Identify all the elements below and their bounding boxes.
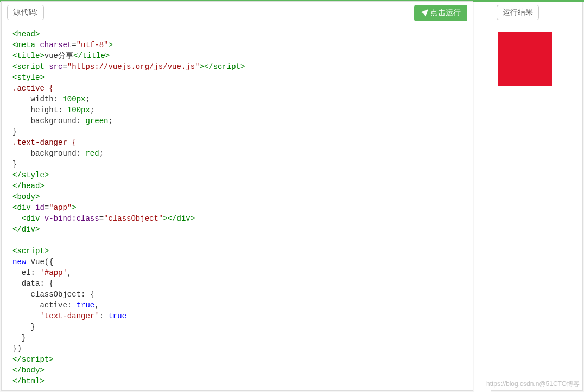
paper-plane-icon	[421, 9, 428, 17]
source-panel: 源代码: 点击运行 <head> <meta charset="utf-8"> …	[1, 1, 473, 391]
result-header: 运行结果	[491, 2, 582, 22]
result-square	[498, 32, 552, 86]
result-label-button: 运行结果	[497, 5, 539, 20]
panel-gap	[474, 0, 491, 392]
result-panel: 运行结果	[491, 1, 583, 391]
source-header: 源代码: 点击运行	[2, 2, 473, 23]
run-button[interactable]: 点击运行	[414, 5, 467, 21]
run-button-label: 点击运行	[430, 8, 461, 18]
result-area	[491, 22, 582, 390]
code-editor[interactable]: <head> <meta charset="utf-8"> <title>vue…	[2, 23, 473, 390]
source-label-button: 源代码:	[7, 5, 44, 20]
